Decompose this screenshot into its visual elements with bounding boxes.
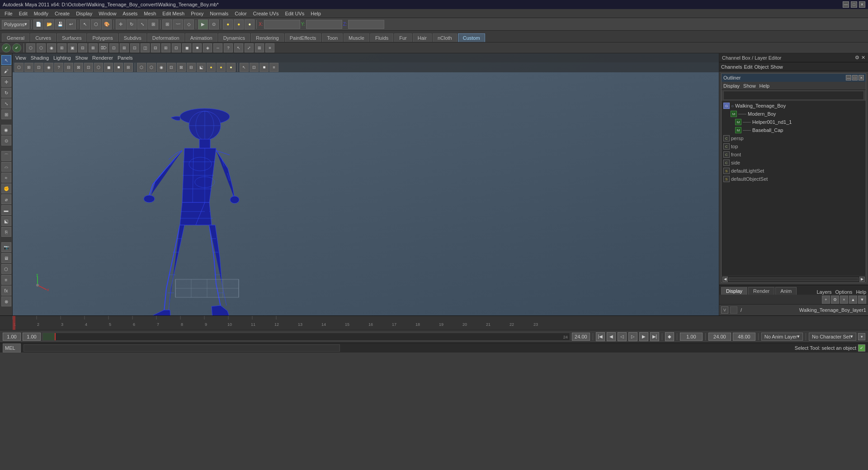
sculpt-btn[interactable]: ⌒ [1,151,11,161]
vp-tb-26[interactable]: ≡ [269,63,278,72]
menu-file[interactable]: File [2,10,15,17]
light-3-btn[interactable]: ● [245,19,255,29]
shelf-btn-25[interactable]: ⊞ [255,43,264,52]
vp-tb-1[interactable]: ⬡ [14,63,24,72]
shelf-btn-1[interactable]: ✔ [2,43,11,52]
hypergraph-btn[interactable]: ⬡ [1,264,11,274]
menu-edit-uvs[interactable]: Edit UVs [282,10,307,17]
light-1-btn[interactable]: ● [223,19,233,29]
scale-btn[interactable]: ⤡ [137,19,147,29]
menu-color[interactable]: Color [232,10,249,17]
workspace-dropdown[interactable]: Polygons ▾ [2,20,29,29]
tab-hair[interactable]: Hair [413,33,432,42]
outliner-item-helper[interactable]: M —— Helper001_nd1_1 [722,118,866,126]
tab-fluids[interactable]: Fluids [370,33,393,42]
range-start-input[interactable] [708,333,731,341]
outliner-item-walking-teenage-boy[interactable]: G ○ Walking_Teenage_Boy [722,102,866,110]
outliner-menu-display[interactable]: Display [723,83,740,89]
vp-tb-9[interactable]: ⬡ [94,63,103,72]
render-btn[interactable]: ▶ [198,19,208,29]
menu-create-uvs[interactable]: Create UVs [250,10,282,17]
menu-edit-mesh[interactable]: Edit Mesh [160,10,187,17]
cb-display-menu[interactable]: Channels [721,64,742,70]
snap-point-btn[interactable]: ◇ [184,19,194,29]
shelf-btn-24[interactable]: ⤢ [245,43,254,52]
erase-btn[interactable]: ⬕ [1,216,11,226]
outliner-max-btn[interactable]: □ [852,75,858,80]
grab-btn[interactable]: ✊ [1,183,11,193]
outliner-item-default-object-set[interactable]: S defaultObjectSet [722,175,866,183]
vp-menu-lighting[interactable]: Lighting [53,55,71,61]
close-button[interactable]: ✕ [859,1,865,8]
vp-tb-22[interactable]: ● [226,63,236,72]
menu-proxy[interactable]: Proxy [188,10,206,17]
tab-curves[interactable]: Curves [30,33,56,42]
outliner-item-default-light-set[interactable]: S defaultLightSet [722,167,866,175]
shelf-btn-21[interactable]: ↔ [213,43,222,52]
step-fwd-btn[interactable]: ▶ [639,332,648,341]
status-end-btn[interactable]: ✔ [858,344,865,352]
menu-display[interactable]: Display [73,10,95,17]
y-input[interactable] [306,20,342,29]
x-input[interactable] [264,20,300,29]
rotate-btn[interactable]: ↻ [127,19,137,29]
lasso-btn[interactable]: ⬡ [91,19,101,29]
clone-btn[interactable]: ⎘ [1,227,11,237]
viewport[interactable]: View Shading Lighting Show Renderer Pane… [13,53,719,315]
vp-tb-23[interactable]: ↖ [240,63,249,72]
tab-dynamics[interactable]: Dynamics [218,33,250,42]
layer-tab-display[interactable]: Display [721,287,747,295]
shelf-btn-14[interactable]: ◫ [141,43,150,52]
vp-tb-7[interactable]: ⊠ [74,63,83,72]
layer-tab-anim[interactable]: Anim [775,287,797,295]
tab-painteffects[interactable]: PaintEffects [285,33,321,42]
crease-btn[interactable]: ⌓ [1,162,11,172]
tab-fur[interactable]: Fur [394,33,412,42]
shelf-btn-26[interactable]: ≡ [265,43,274,52]
vp-tb-14[interactable]: ⬡ [147,63,156,72]
vp-tb-18[interactable]: ⊟ [187,63,196,72]
layer-visibility-btn[interactable]: V [721,306,728,314]
smooth-btn[interactable]: ⌀ [1,194,11,204]
move-btn[interactable]: ✛ [116,19,126,29]
shelf-btn-10[interactable]: ⌦ [99,43,108,52]
tab-surfaces[interactable]: Surfaces [57,33,86,42]
layer-up-btn[interactable]: ▲ [849,296,857,304]
vp-tb-21[interactable]: ● [217,63,226,72]
outliner-scrollbar[interactable] [729,277,859,281]
scale-tool-btn[interactable]: ⤡ [1,99,11,108]
shelf-btn-4[interactable]: ⬡ [37,43,46,52]
menu-normals[interactable]: Normals [207,10,231,17]
select-btn[interactable]: ↖ [80,19,90,29]
menu-assets[interactable]: Assets [120,10,140,17]
shelf-btn-6[interactable]: ⊞ [57,43,66,52]
outliner-search-input[interactable] [723,91,864,100]
shelf-btn-5[interactable]: ◉ [47,43,56,52]
start-frame-input[interactable] [3,333,21,341]
go-start-btn[interactable]: |◀ [596,332,605,341]
character-set-selector[interactable]: No Character Set ▾ [809,333,856,341]
tab-rendering[interactable]: Rendering [251,33,284,42]
shelf-btn-11[interactable]: ⊡ [109,43,118,52]
outliner-item-persp[interactable]: C persp [722,134,866,142]
show-manip-btn[interactable]: ⊙ [1,136,11,146]
move-tool-btn[interactable]: ✛ [1,77,11,87]
vp-tb-13[interactable]: ⬡ [137,63,146,72]
shelf-btn-22[interactable]: ? [224,43,233,52]
snap-curve-btn[interactable]: 〰 [173,19,183,29]
z-input[interactable] [348,20,384,29]
go-end-btn[interactable]: ▶| [650,332,659,341]
vp-tb-15[interactable]: ◉ [157,63,166,72]
shelf-btn-19[interactable]: ◽ [193,43,202,52]
vp-menu-view[interactable]: View [15,55,26,61]
shelf-btn-15[interactable]: ⊟ [151,43,160,52]
vp-tb-12[interactable]: ⊞ [124,63,133,72]
vp-tb-3[interactable]: ⊡ [34,63,43,72]
shelf-btn-20[interactable]: ◈ [203,43,212,52]
shelf-btn-18[interactable]: ◼ [182,43,191,52]
ipr-btn[interactable]: ⊙ [209,19,219,29]
layer-menu-layers[interactable]: Layers [816,289,831,295]
layer-down-btn[interactable]: ▼ [858,296,866,304]
channel-box-settings-btn[interactable]: ⚙ [855,55,859,61]
vp-tb-20[interactable]: ● [207,63,216,72]
